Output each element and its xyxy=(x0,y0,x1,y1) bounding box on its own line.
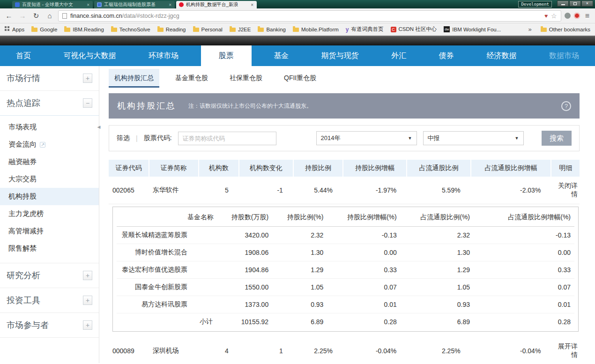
sidebar: 市场行情 + 热点追踪 − 市场表现 资金流向↗ 融资融券 大宗交易 机构持股 … xyxy=(0,66,99,363)
sidebar-item-main-force-list[interactable]: 主力龙虎榜 xyxy=(0,205,99,223)
stock-name: 深圳机场 xyxy=(149,337,199,363)
bookmark-banking[interactable]: Banking xyxy=(258,27,286,32)
plus-icon[interactable]: + xyxy=(83,296,92,305)
heart-icon[interactable]: ♥ xyxy=(544,13,548,19)
holding-pct-change: 0.28 xyxy=(327,313,400,331)
other-bookmarks[interactable]: Other bookmarks xyxy=(541,27,590,32)
bookmark-google[interactable]: Google xyxy=(31,27,57,32)
bookmark-technosolve[interactable]: TechnoSolve xyxy=(111,27,150,32)
reload-button[interactable]: ↻ xyxy=(31,12,41,20)
sidebar-item-capital-flow[interactable]: 资金流向↗ xyxy=(0,136,99,153)
bookmark-label: IBM Worklight Fou... xyxy=(452,27,501,32)
nav-visualization-bigdata[interactable]: 可视化与大数据 xyxy=(53,45,126,66)
collapse-detail-link[interactable]: 关闭详情 xyxy=(558,182,578,198)
bookmark-ibm-worklight[interactable]: dwIBM Worklight Fou... xyxy=(444,26,501,32)
browser-tab-baidu[interactable]: 百度知道 - 全球最大中文 × xyxy=(12,1,93,8)
plus-icon[interactable]: + xyxy=(83,320,92,330)
stock-code: 000089 xyxy=(109,337,149,363)
nav-futures-spot[interactable]: 期货与现货 xyxy=(311,45,369,66)
nav-home[interactable]: 首页 xyxy=(6,45,41,66)
minus-icon[interactable]: − xyxy=(83,98,92,108)
detail-row: 博时价值增长混合 1908.06 1.30 0.00 1.30 0.00 xyxy=(117,244,574,261)
nav-stocks[interactable]: 股票 xyxy=(201,45,252,66)
tab-qfii-holdings[interactable]: QFII重仓股 xyxy=(278,69,322,88)
fund-name: 博时价值增长混合 xyxy=(117,244,217,261)
sidebar-item-margin-trading[interactable]: 融资融券 xyxy=(0,153,99,171)
period-select[interactable]: 中报 ▼ xyxy=(423,131,524,145)
tab-close-icon[interactable]: × xyxy=(86,2,90,7)
search-button[interactable]: 搜索 xyxy=(542,131,572,146)
bookmark-youdao[interactable]: y有道词典首页 xyxy=(346,26,384,33)
sidebar-item-executive-changes[interactable]: 高管增减持 xyxy=(0,223,99,240)
column-header: 占流通股比例增幅 xyxy=(471,160,551,177)
bookmark-personal[interactable]: Personal xyxy=(193,27,223,32)
holding-pct: 1.30 xyxy=(272,244,327,261)
holding-pct: 1.29 xyxy=(272,261,327,279)
sidebar-item-lockup-release[interactable]: 限售解禁 xyxy=(0,240,99,257)
bookmark-label: Personal xyxy=(201,27,223,32)
tab-social-security-holdings[interactable]: 社保重仓股 xyxy=(224,69,268,88)
sidebar-section-research[interactable]: 研究分析 + xyxy=(0,263,99,288)
stock-code-input[interactable] xyxy=(178,132,276,145)
bookmark-star-icon[interactable]: ☆ xyxy=(551,12,557,20)
bookmarks-overflow-chevron[interactable]: » xyxy=(527,26,534,33)
help-icon[interactable]: ? xyxy=(561,101,571,111)
home-button[interactable]: ⌂ xyxy=(45,12,55,20)
bookmark-label: Mobile.Platform xyxy=(301,27,339,32)
sidebar-item-institutional-holdings[interactable]: 机构持股 xyxy=(0,188,99,205)
nav-bonds[interactable]: 债券 xyxy=(429,45,464,66)
detail-row: 国泰金牛创新股票 1550.00 1.05 0.07 1.05 0.07 xyxy=(117,279,574,296)
stock-code: 002065 xyxy=(109,177,149,204)
record-icon[interactable] xyxy=(574,13,580,19)
holding-pct: 6.89 xyxy=(272,313,327,331)
minimize-button[interactable] xyxy=(557,0,569,7)
back-button[interactable]: ← xyxy=(4,12,14,20)
browser-toolbar: ← → ↻ ⌂ finance.sina.com.cn/data/#stock-… xyxy=(0,8,595,23)
address-bar[interactable]: finance.sina.com.cn/data/#stock-rdzz-jgc… xyxy=(58,10,561,22)
section-label: 研究分析 xyxy=(7,270,40,281)
close-button[interactable]: × xyxy=(581,0,593,7)
tab-fund-heavy-holdings[interactable]: 基金重仓股 xyxy=(170,69,214,88)
tab-close-icon[interactable]: × xyxy=(250,2,254,7)
float-pct-change: -0.13 xyxy=(474,227,574,244)
forward-button[interactable]: → xyxy=(17,12,28,20)
hot-tracking-items: 市场表现 资金流向↗ 融资融券 大宗交易 机构持股 主力龙虎榜 高管增减持 限售… xyxy=(0,116,99,263)
menu-icon[interactable]: ≡ xyxy=(583,12,591,20)
bookmark-apps[interactable]: Apps xyxy=(5,27,24,32)
column-header: 占流通股比例 xyxy=(407,160,470,177)
browser-tab-fund[interactable]: 工银瑞信高端制造股票基 × xyxy=(94,1,175,8)
bookmark-csdn[interactable]: CCSDN 社区中心 xyxy=(391,26,437,33)
tab-close-icon[interactable]: × xyxy=(168,2,172,7)
bookmark-label: Reading xyxy=(166,27,186,32)
bookmark-ibm-reading[interactable]: IBM.Reading xyxy=(64,27,104,32)
nav-economic-data[interactable]: 经济数据 xyxy=(476,45,527,66)
nav-forex[interactable]: 外汇 xyxy=(381,45,416,66)
sidebar-section-invest-tools[interactable]: 投资工具 + xyxy=(0,288,99,313)
sidebar-section-market-quotes[interactable]: 市场行情 + xyxy=(0,66,99,91)
expand-detail-link[interactable]: 展开详情 xyxy=(558,342,578,358)
stock-code-label: 股票代码: xyxy=(144,134,172,142)
float-pct: 2.25% xyxy=(407,337,470,363)
plus-icon[interactable]: + xyxy=(83,74,92,83)
org-count: 4 xyxy=(199,337,239,363)
sidebar-section-hot-tracking[interactable]: 热点追踪 − xyxy=(0,91,99,116)
tab-institutional-holdings-summary[interactable]: 机构持股汇总 xyxy=(109,69,159,88)
detail-row: 泰达宏利市值优选股票 1904.86 1.29 0.33 1.29 0.33 xyxy=(117,261,574,279)
plus-icon[interactable]: + xyxy=(83,271,92,280)
shares-held: 1373.00 xyxy=(217,296,272,313)
bookmark-j2ee[interactable]: J2EE xyxy=(230,27,251,32)
sidebar-item-market-performance[interactable]: 市场表现 xyxy=(0,119,99,136)
nav-data-market[interactable]: 数据市场 xyxy=(539,45,589,66)
sidebar-item-block-trades[interactable]: 大宗交易 xyxy=(0,171,99,188)
year-select[interactable]: 2014年 ▼ xyxy=(316,131,417,145)
nav-funds[interactable]: 基金 xyxy=(263,45,299,66)
restore-button[interactable] xyxy=(569,0,581,7)
holding-pct-change: -1.97% xyxy=(343,177,407,204)
bookmark-reading[interactable]: Reading xyxy=(157,27,186,32)
browser-tab-sina-active[interactable]: 机构持股_数据平台_新浪 × xyxy=(176,1,257,8)
bookmark-mobile-platform[interactable]: Mobile.Platform xyxy=(293,27,339,32)
nav-global-markets[interactable]: 环球市场 xyxy=(138,45,189,66)
sidebar-section-market-participants[interactable]: 市场参与者 + xyxy=(0,313,99,338)
collapse-sidebar-handle[interactable]: ◀ xyxy=(96,121,102,133)
extension-icon[interactable] xyxy=(565,13,571,19)
